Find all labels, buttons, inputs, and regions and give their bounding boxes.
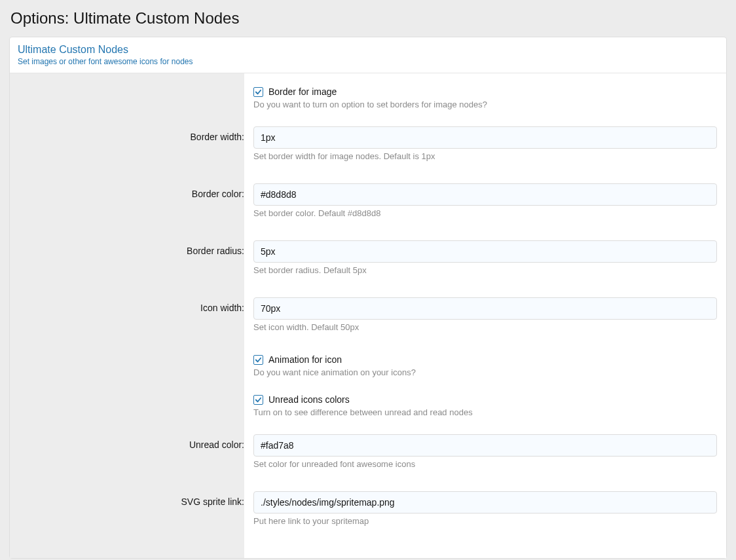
unread-icons-colors-checkbox[interactable] xyxy=(253,395,263,405)
icon-width-label: Icon width: xyxy=(19,297,244,313)
svg-sprite-link-hint: Put here link to your spritemap xyxy=(253,516,717,526)
animation-for-icon-label: Animation for icon xyxy=(268,354,342,365)
unread-icons-colors-label: Unread icons colors xyxy=(268,394,350,405)
icon-width-input[interactable] xyxy=(253,297,717,320)
unread-color-label: Unread color: xyxy=(19,434,244,450)
border-for-image-hint: Do you want to turn on option to set bor… xyxy=(253,100,717,109)
border-color-label: Border color: xyxy=(19,183,244,199)
animation-for-icon-hint: Do you want nice animation on your icons… xyxy=(253,367,717,377)
form-area: Border for image Do you want to turn on … xyxy=(244,73,726,558)
border-radius-hint: Set border radius. Default 5px xyxy=(253,265,717,275)
border-for-image-checkbox[interactable] xyxy=(253,87,263,97)
unread-color-hint: Set color for unreaded font awesome icon… xyxy=(253,459,717,469)
unread-icons-colors-hint: Turn on to see difference between unread… xyxy=(253,407,717,417)
panel-tab-header[interactable]: Ultimate Custom Nodes Set images or othe… xyxy=(10,37,726,73)
svg-sprite-link-input[interactable] xyxy=(253,491,717,513)
animation-for-icon-checkbox[interactable] xyxy=(253,355,263,365)
border-radius-label: Border radius: xyxy=(19,240,244,256)
unread-color-input[interactable] xyxy=(253,434,717,457)
page-title: Options: Ultimate Custom Nodes xyxy=(9,9,727,28)
form-sidebar xyxy=(10,73,244,558)
border-for-image-label: Border for image xyxy=(268,86,337,97)
border-width-hint: Set border width for image nodes. Defaul… xyxy=(253,151,717,161)
border-width-label: Border width: xyxy=(19,126,244,142)
border-width-input[interactable] xyxy=(253,126,717,149)
svg-sprite-link-label: SVG sprite link: xyxy=(19,491,244,507)
check-icon xyxy=(255,396,262,403)
tab-title: Ultimate Custom Nodes xyxy=(18,44,718,56)
border-color-hint: Set border color. Default #d8d8d8 xyxy=(253,208,717,218)
icon-width-hint: Set icon width. Default 50px xyxy=(253,322,717,332)
border-color-input[interactable] xyxy=(253,183,717,206)
tab-subtitle: Set images or other font awesome icons f… xyxy=(18,57,718,66)
check-icon xyxy=(255,356,262,364)
check-icon xyxy=(255,88,262,96)
options-panel: Ultimate Custom Nodes Set images or othe… xyxy=(9,37,727,559)
border-radius-input[interactable] xyxy=(253,240,717,263)
